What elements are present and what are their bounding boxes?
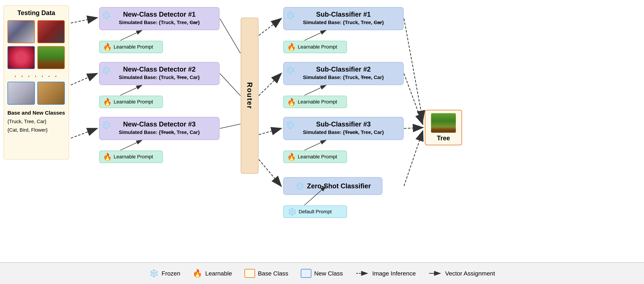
detector-2: New-Class Detector #2 Simulated Base: {T…: [99, 62, 220, 85]
subclassifier-2: Sub-Classifier #2 Simulated Base: {Truck…: [283, 62, 404, 85]
legend-solid-arrow-icon: [428, 269, 442, 278]
base-classes: {Truck, Tree, Car}: [8, 117, 65, 126]
zero-shot-classifier: ❄️ Zero-Shot Classifier: [283, 177, 382, 195]
svg-line-15: [304, 31, 326, 40]
svg-line-10: [220, 124, 240, 128]
image-tree: [37, 46, 65, 69]
legend-fire-icon: 🔥: [192, 269, 202, 278]
result-label: Tree: [437, 134, 450, 142]
prompt-label-2: Learnable Prompt: [114, 99, 153, 105]
svg-line-3: [71, 74, 97, 85]
image-cat: [8, 82, 35, 105]
legend-learnable: 🔥 Learnable: [192, 269, 232, 278]
flower-image: [8, 47, 34, 69]
snowflake-d3: ❄️: [101, 120, 111, 130]
svg-line-12: [259, 74, 281, 96]
svg-line-8: [220, 19, 240, 53]
prompt-box-sc2: 🔥 Learnable Prompt: [283, 96, 347, 108]
svg-line-5: [120, 31, 142, 40]
legend-learnable-label: Learnable: [205, 270, 232, 277]
truck-image: [38, 21, 64, 43]
legend-vector-assignment-label: Vector Assignment: [445, 270, 495, 277]
car-image: [8, 21, 34, 43]
base-new-classes: Base and New Classes {Truck, Tree, Car} …: [8, 108, 65, 134]
subclassifier-3: Sub-Classifier #3 Simulated Base: {Truck…: [283, 117, 404, 140]
legend-snowflake-icon: ❄️: [149, 269, 159, 278]
snowflake-sc2: ❄️: [285, 66, 295, 75]
svg-line-16: [304, 85, 326, 95]
default-prompt-label: Default Prompt: [299, 209, 332, 214]
prompt-box-sc3: 🔥 Learnable Prompt: [283, 151, 347, 163]
testing-data-title: Testing Data: [8, 9, 65, 17]
legend-image-inference: Image Inference: [355, 269, 416, 278]
subclassifier-2-subtitle: Simulated Base: {Truck, Tree, Car}: [289, 75, 398, 80]
prompt-label-3: Learnable Prompt: [114, 154, 153, 160]
image-dog: [37, 82, 65, 105]
image-car: [8, 20, 35, 43]
svg-line-6: [120, 85, 142, 95]
image-grid-row1: [8, 20, 65, 43]
result-tree-image: [431, 113, 456, 133]
snowflake-icon-zs: ❄️: [295, 181, 304, 191]
svg-line-20: [404, 74, 423, 124]
svg-line-22: [404, 131, 423, 186]
snowflake-sc3: ❄️: [285, 120, 295, 130]
svg-line-19: [404, 19, 423, 120]
legend-vector-assignment: Vector Assignment: [428, 269, 495, 278]
subclassifier-3-title: Sub-Classifier #3: [289, 120, 398, 128]
detector-1-title: New-Class Detector #1: [105, 11, 214, 18]
tree-image: [38, 47, 64, 69]
detector-3-title: New-Class Detector #3: [105, 120, 214, 128]
default-prompt-box: ❄️ Default Prompt: [283, 205, 347, 218]
fire-icon-sc1: 🔥: [287, 43, 296, 51]
zero-shot-title: Zero-Shot Classifier: [307, 182, 371, 190]
image-truck: [37, 20, 65, 43]
svg-line-17: [304, 140, 326, 150]
svg-line-2: [71, 18, 97, 23]
new-classes: {Cat, Bird, Flower}: [8, 126, 65, 134]
legend-new-class: New Class: [301, 269, 343, 278]
diagram-container: Testing Data · · · · · · ·: [0, 0, 644, 262]
snowflake-icon-dp: ❄️: [287, 207, 297, 216]
svg-line-13: [259, 128, 281, 135]
prompt-label-1: Learnable Prompt: [114, 44, 153, 50]
svg-line-7: [120, 140, 142, 150]
fire-icon-2: 🔥: [103, 98, 112, 106]
cat-image: [8, 82, 34, 104]
legend-dashed-arrow-icon: [355, 269, 370, 278]
fire-icon-sc3: 🔥: [287, 153, 296, 161]
svg-line-4: [71, 128, 97, 138]
snowflake-d2: ❄️: [101, 66, 111, 75]
prompt-label-sc3: Learnable Prompt: [298, 154, 337, 160]
prompt-box-2: 🔥 Learnable Prompt: [99, 96, 163, 108]
legend-frozen-label: Frozen: [162, 270, 180, 277]
subclassifier-3-subtitle: Simulated Base: {Truck, Tree, Car}: [289, 130, 398, 135]
result-box: Tree: [425, 110, 462, 145]
svg-line-14: [259, 159, 281, 186]
router-label: Router: [246, 82, 254, 109]
legend-base-class-box: [244, 269, 255, 278]
legend-base-class: Base Class: [244, 269, 288, 278]
router: Router: [241, 18, 258, 174]
svg-line-21: [404, 128, 423, 128]
legend-bar: ❄️ Frozen 🔥 Learnable Base Class New Cla…: [0, 262, 644, 284]
legend-image-inference-label: Image Inference: [372, 270, 416, 277]
fire-icon-sc2: 🔥: [287, 98, 296, 106]
prompt-box-sc1: 🔥 Learnable Prompt: [283, 41, 347, 53]
image-grid-row3: [8, 82, 65, 105]
dots: · · · · · · ·: [8, 72, 65, 80]
prompt-label-sc1: Learnable Prompt: [298, 44, 337, 50]
testing-data-panel: Testing Data · · · · · · ·: [4, 5, 69, 159]
snowflake-d1: ❄️: [101, 11, 111, 20]
image-grid-row2: [8, 46, 65, 69]
snowflake-sc1: ❄️: [285, 11, 295, 20]
image-flower: [8, 46, 35, 69]
legend-base-class-label: Base Class: [258, 270, 288, 277]
detector-3-subtitle: Simulated Base: {Truck, Tree, Car}: [105, 130, 214, 135]
fire-icon-1: 🔥: [103, 43, 112, 51]
prompt-box-1: 🔥 Learnable Prompt: [99, 41, 163, 53]
prompt-box-3: 🔥 Learnable Prompt: [99, 151, 163, 163]
legend-new-class-box: [301, 269, 312, 278]
prompt-label-sc2: Learnable Prompt: [298, 99, 337, 105]
legend-new-class-label: New Class: [314, 270, 343, 277]
